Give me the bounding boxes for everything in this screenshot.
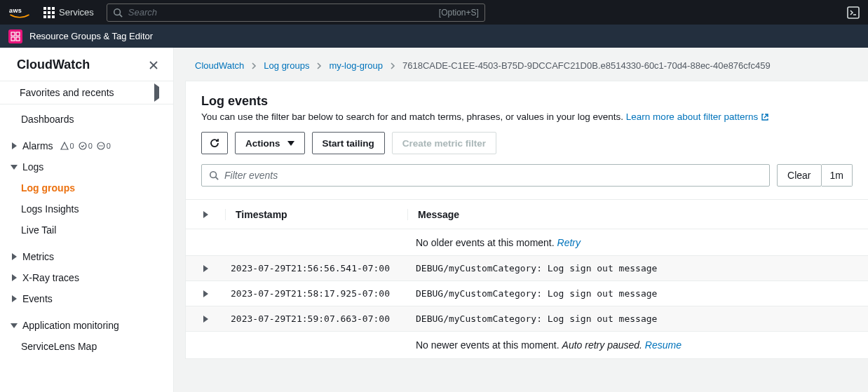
breadcrumb-item: 7618CADE-C1EE-4503-B75D-9DCCAFC21D0B.e85… bbox=[402, 60, 771, 71]
row-timestamp: 2023-07-29T21:58:17.925-07:00 bbox=[225, 288, 407, 299]
global-search[interactable]: [Option+S] bbox=[107, 4, 485, 22]
services-label: Services bbox=[59, 7, 94, 18]
log-row[interactable]: 2023-07-29T21:56:56.541-07:00DEBUG/myCus… bbox=[186, 256, 868, 281]
svg-line-2 bbox=[119, 14, 122, 17]
topbar: aws Services [Option+S] bbox=[0, 0, 868, 25]
breadcrumb-separator bbox=[251, 62, 257, 69]
nav-item-label: Logs bbox=[22, 161, 43, 173]
nav-item-events[interactable]: Events bbox=[0, 288, 173, 309]
resume-link[interactable]: Resume bbox=[645, 339, 681, 351]
nav-item-label: Alarms bbox=[22, 140, 53, 151]
row-expand-toggle[interactable] bbox=[186, 265, 225, 272]
filter-bar: Clear 1m bbox=[201, 164, 853, 187]
row-message: DEBUG/myCustomCategory: Log sign out mes… bbox=[407, 288, 868, 299]
clear-button[interactable]: Clear bbox=[777, 164, 821, 187]
filter-input-wrapper[interactable] bbox=[201, 164, 770, 187]
log-events-table: Timestamp Message No older events at thi… bbox=[185, 200, 868, 359]
row-expand-toggle[interactable] bbox=[186, 290, 225, 297]
chevron-right-icon bbox=[10, 142, 18, 149]
nav-item-alarms[interactable]: Alarms000 bbox=[0, 135, 173, 156]
svg-rect-5 bbox=[11, 32, 15, 36]
grid-icon bbox=[43, 7, 55, 18]
breadcrumb-separator bbox=[316, 62, 322, 69]
svg-point-15 bbox=[102, 145, 103, 147]
favorites-recents[interactable]: Favorites and recents bbox=[0, 81, 173, 104]
chevron-right-icon bbox=[154, 87, 159, 98]
nav-item-label: X-Ray traces bbox=[22, 272, 79, 283]
chevron-down-icon bbox=[10, 323, 18, 328]
aws-logo[interactable]: aws bbox=[8, 6, 31, 19]
row-timestamp: 2023-07-29T21:56:56.541-07:00 bbox=[225, 263, 407, 273]
svg-point-14 bbox=[100, 145, 102, 147]
start-tailing-button[interactable]: Start tailing bbox=[312, 132, 385, 154]
nav-item-metrics[interactable]: Metrics bbox=[0, 246, 173, 267]
search-icon bbox=[209, 170, 219, 180]
chevron-right-icon bbox=[10, 295, 18, 302]
breadcrumb-item[interactable]: Log groups bbox=[264, 60, 309, 71]
search-input[interactable] bbox=[128, 7, 433, 18]
refresh-button[interactable] bbox=[201, 132, 228, 154]
chevron-down-icon bbox=[287, 141, 294, 146]
svg-point-1 bbox=[114, 8, 121, 15]
svg-rect-8 bbox=[16, 37, 20, 41]
svg-rect-7 bbox=[11, 37, 15, 41]
resource-groups-link[interactable]: Resource Groups & Tag Editor bbox=[29, 31, 153, 41]
row-message: DEBUG/myCustomCategory: Log sign out mes… bbox=[407, 263, 868, 273]
breadcrumb-separator bbox=[390, 62, 395, 69]
refresh-icon bbox=[209, 137, 220, 149]
time-range-button[interactable]: 1m bbox=[822, 164, 853, 187]
nav-item-label: Application monitoring bbox=[22, 320, 119, 331]
nav-item-live-tail[interactable]: Live Tail bbox=[0, 219, 173, 241]
alarm-dots-icon: 0 bbox=[97, 142, 111, 150]
nav-item-label: ServiceLens Map bbox=[21, 341, 97, 352]
subbar: Resource Groups & Tag Editor bbox=[0, 25, 868, 48]
column-timestamp[interactable]: Timestamp bbox=[225, 209, 407, 220]
nav-item-log-groups[interactable]: Log groups bbox=[0, 177, 173, 198]
column-message[interactable]: Message bbox=[407, 209, 868, 220]
nav-item-x-ray-traces[interactable]: X-Ray traces bbox=[0, 267, 173, 288]
toolbar: Actions Start tailing Create metric filt… bbox=[201, 132, 853, 154]
svg-line-17 bbox=[216, 177, 219, 180]
search-shortcut: [Option+S] bbox=[439, 8, 479, 18]
log-row[interactable]: 2023-07-29T21:58:17.925-07:00DEBUG/myCus… bbox=[186, 281, 868, 306]
breadcrumb: CloudWatchLog groupsmy-log-group7618CADE… bbox=[174, 60, 868, 81]
log-row[interactable]: 2023-07-29T21:59:07.663-07:00DEBUG/myCus… bbox=[186, 306, 868, 332]
breadcrumb-item[interactable]: CloudWatch bbox=[195, 60, 244, 71]
filter-events-input[interactable] bbox=[224, 170, 762, 181]
panel-description: You can use the filter bar below to sear… bbox=[201, 111, 853, 122]
actions-button[interactable]: Actions bbox=[235, 132, 305, 154]
external-link-icon bbox=[761, 113, 769, 121]
nav-item-application-monitoring[interactable]: Application monitoring bbox=[0, 315, 173, 336]
row-message: DEBUG/myCustomCategory: Log sign out mes… bbox=[407, 313, 868, 324]
nav-item-label: Dashboards bbox=[21, 114, 74, 125]
nav-item-servicelens-map[interactable]: ServiceLens Map bbox=[0, 336, 173, 357]
nav-item-dashboards[interactable]: Dashboards bbox=[0, 109, 173, 130]
chevron-right-icon bbox=[10, 253, 18, 260]
nav-item-logs[interactable]: Logs bbox=[0, 156, 173, 177]
panel-heading: Log events bbox=[201, 94, 853, 109]
search-icon bbox=[113, 8, 123, 18]
alarm-triangle-icon: 0 bbox=[60, 142, 74, 150]
nav-item-logs-insights[interactable]: Logs Insights bbox=[0, 198, 173, 219]
nav-item-label: Live Tail bbox=[21, 224, 56, 236]
learn-more-link[interactable]: Learn more about filter patterns bbox=[626, 111, 769, 122]
svg-point-11 bbox=[79, 142, 86, 149]
resource-groups-icon bbox=[8, 29, 22, 43]
create-metric-filter-button: Create metric filter bbox=[392, 132, 496, 154]
expand-all-toggle[interactable] bbox=[186, 211, 225, 218]
no-newer-row: No newer events at this moment. Auto ret… bbox=[186, 332, 868, 358]
retry-link[interactable]: Retry bbox=[557, 237, 581, 248]
svg-point-16 bbox=[210, 172, 217, 178]
nav-item-label: Events bbox=[22, 293, 53, 304]
services-menu[interactable]: Services bbox=[43, 7, 94, 18]
sidebar-close-button[interactable] bbox=[148, 60, 159, 71]
row-expand-toggle[interactable] bbox=[186, 316, 225, 323]
breadcrumb-item[interactable]: my-log-group bbox=[329, 60, 383, 71]
cloudshell-icon[interactable] bbox=[847, 6, 860, 19]
table-header: Timestamp Message bbox=[186, 200, 868, 229]
nav-item-label: Log groups bbox=[21, 182, 75, 194]
svg-text:aws: aws bbox=[9, 7, 22, 14]
svg-point-13 bbox=[99, 145, 100, 147]
svg-rect-6 bbox=[16, 32, 20, 36]
sidebar-title: CloudWatch bbox=[17, 58, 90, 72]
